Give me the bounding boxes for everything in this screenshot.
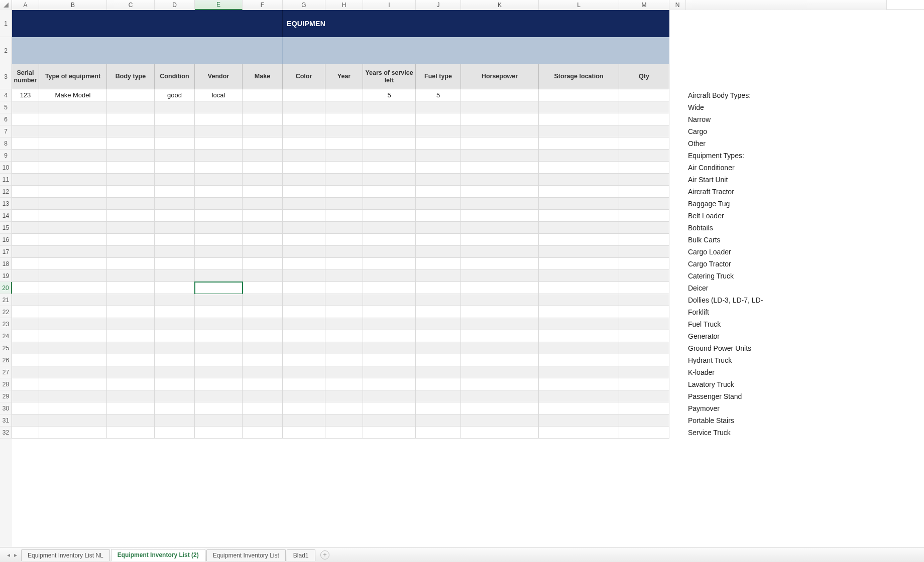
cell-I6[interactable] bbox=[363, 113, 416, 125]
cell-J1[interactable] bbox=[416, 10, 461, 37]
cell-L19[interactable] bbox=[539, 270, 619, 282]
cell-H6[interactable] bbox=[325, 113, 363, 125]
cell-J29[interactable] bbox=[416, 390, 461, 402]
cell-L5[interactable] bbox=[539, 101, 619, 113]
cell-A13[interactable] bbox=[12, 198, 39, 210]
cell-A28[interactable] bbox=[12, 378, 39, 390]
cell-E17[interactable] bbox=[195, 246, 243, 258]
cell-B21[interactable] bbox=[39, 294, 107, 306]
cell-K5[interactable] bbox=[461, 101, 539, 113]
cell-H19[interactable] bbox=[325, 270, 363, 282]
cell-I9[interactable] bbox=[363, 150, 416, 162]
cell-H29[interactable] bbox=[325, 390, 363, 402]
cell-F5[interactable] bbox=[243, 101, 283, 113]
cell-I7[interactable] bbox=[363, 125, 416, 137]
cell-D27[interactable] bbox=[155, 366, 195, 378]
cell-K20[interactable] bbox=[461, 282, 539, 294]
cell-A29[interactable] bbox=[12, 390, 39, 402]
cell-J10[interactable] bbox=[416, 162, 461, 174]
cell-M25[interactable] bbox=[619, 342, 669, 354]
cell-L12[interactable] bbox=[539, 186, 619, 198]
cell-D28[interactable] bbox=[155, 378, 195, 390]
cell-C13[interactable] bbox=[107, 198, 155, 210]
cell-G20[interactable] bbox=[283, 282, 325, 294]
cell-D22[interactable] bbox=[155, 306, 195, 318]
cell-A21[interactable] bbox=[12, 294, 39, 306]
cell-N20[interactable] bbox=[669, 282, 686, 294]
cell-B17[interactable] bbox=[39, 246, 107, 258]
cell-C4[interactable] bbox=[107, 89, 155, 101]
cell-M27[interactable] bbox=[619, 366, 669, 378]
cell-D10[interactable] bbox=[155, 162, 195, 174]
cell-C28[interactable] bbox=[107, 378, 155, 390]
cell-K19[interactable] bbox=[461, 270, 539, 282]
cell-C12[interactable] bbox=[107, 186, 155, 198]
cell-C9[interactable] bbox=[107, 150, 155, 162]
row-header-7[interactable]: 7 bbox=[0, 125, 12, 137]
cell-K4[interactable] bbox=[461, 89, 539, 101]
cell-A5[interactable] bbox=[12, 101, 39, 113]
cell-D30[interactable] bbox=[155, 402, 195, 414]
cell-M20[interactable] bbox=[619, 282, 669, 294]
row-header-2[interactable]: 2 bbox=[0, 37, 12, 64]
cell-J8[interactable] bbox=[416, 137, 461, 150]
cell-H24[interactable] bbox=[325, 330, 363, 342]
cell-E25[interactable] bbox=[195, 342, 243, 354]
cell-J17[interactable] bbox=[416, 246, 461, 258]
cell-J25[interactable] bbox=[416, 342, 461, 354]
header-J[interactable]: Fuel type bbox=[416, 64, 461, 89]
cell-B5[interactable] bbox=[39, 101, 107, 113]
cell-E2[interactable] bbox=[195, 37, 243, 64]
cell-O2[interactable] bbox=[686, 37, 887, 64]
cell-E9[interactable] bbox=[195, 150, 243, 162]
cell-F25[interactable] bbox=[243, 342, 283, 354]
cell-E27[interactable] bbox=[195, 366, 243, 378]
cell-G27[interactable] bbox=[283, 366, 325, 378]
cell-J21[interactable] bbox=[416, 294, 461, 306]
cell-B22[interactable] bbox=[39, 306, 107, 318]
cell-C24[interactable] bbox=[107, 330, 155, 342]
cell-C5[interactable] bbox=[107, 101, 155, 113]
cell-L14[interactable] bbox=[539, 210, 619, 222]
cell-H11[interactable] bbox=[325, 174, 363, 186]
cell-A31[interactable] bbox=[12, 414, 39, 427]
cell-J14[interactable] bbox=[416, 210, 461, 222]
cell-G25[interactable] bbox=[283, 342, 325, 354]
cell-D19[interactable] bbox=[155, 270, 195, 282]
cell-I23[interactable] bbox=[363, 318, 416, 330]
cell-H1[interactable] bbox=[325, 10, 363, 37]
cell-C7[interactable] bbox=[107, 125, 155, 137]
col-header-L[interactable]: L bbox=[539, 0, 619, 10]
cell-K17[interactable] bbox=[461, 246, 539, 258]
header-D[interactable]: Condition bbox=[155, 64, 195, 89]
cell-B24[interactable] bbox=[39, 330, 107, 342]
cell-G8[interactable] bbox=[283, 137, 325, 150]
cell-B20[interactable] bbox=[39, 282, 107, 294]
cell-B30[interactable] bbox=[39, 402, 107, 414]
cell-K12[interactable] bbox=[461, 186, 539, 198]
cell-M28[interactable] bbox=[619, 378, 669, 390]
cell-J2[interactable] bbox=[416, 37, 461, 64]
cell-J19[interactable] bbox=[416, 270, 461, 282]
cell-B14[interactable] bbox=[39, 210, 107, 222]
cell-A18[interactable] bbox=[12, 258, 39, 270]
col-header-I[interactable]: I bbox=[363, 0, 416, 10]
cell-E14[interactable] bbox=[195, 210, 243, 222]
cell-G12[interactable] bbox=[283, 186, 325, 198]
tab-nav-next-icon[interactable]: ▸ bbox=[14, 551, 17, 558]
cell-B9[interactable] bbox=[39, 150, 107, 162]
cell-D23[interactable] bbox=[155, 318, 195, 330]
cell-K24[interactable] bbox=[461, 330, 539, 342]
cell-B31[interactable] bbox=[39, 414, 107, 427]
cell-I17[interactable] bbox=[363, 246, 416, 258]
row-header-32[interactable]: 32 bbox=[0, 427, 12, 439]
cell-I25[interactable] bbox=[363, 342, 416, 354]
cell-K10[interactable] bbox=[461, 162, 539, 174]
cell-B11[interactable] bbox=[39, 174, 107, 186]
cell-A32[interactable] bbox=[12, 427, 39, 439]
cell-B25[interactable] bbox=[39, 342, 107, 354]
cell-N26[interactable] bbox=[669, 354, 686, 366]
cell-D31[interactable] bbox=[155, 414, 195, 427]
cell-A27[interactable] bbox=[12, 366, 39, 378]
cell-F20[interactable] bbox=[243, 282, 283, 294]
